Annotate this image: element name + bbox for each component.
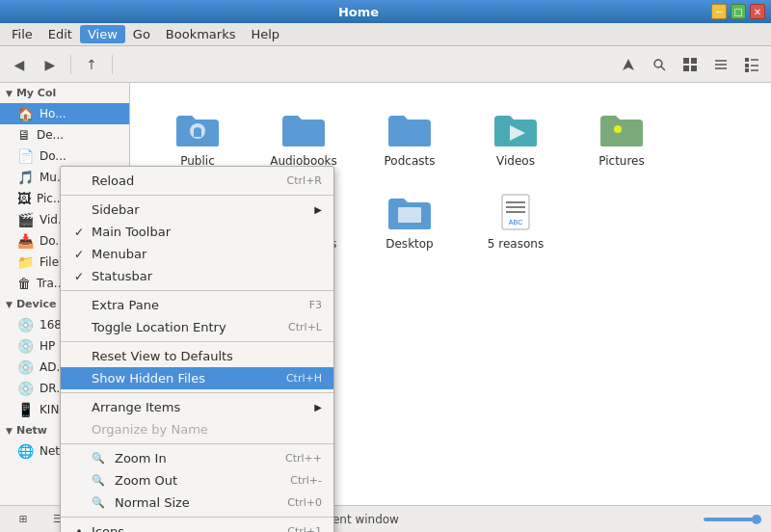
file-item-pictures[interactable]: Pictures: [573, 102, 670, 175]
zoom-slider[interactable]: [704, 518, 761, 521]
forward-button[interactable]: ▶: [37, 51, 64, 78]
sidebar-arrow: ▶: [314, 204, 322, 215]
view-compact-button[interactable]: [738, 51, 765, 78]
menu-help[interactable]: Help: [243, 25, 287, 43]
menu-main-toolbar[interactable]: ✓ Main Toolbar: [61, 221, 333, 243]
file-item-desktop[interactable]: Desktop: [361, 185, 458, 258]
menu-label-normal-size: Normal Size: [115, 495, 190, 510]
svg-rect-13: [745, 68, 749, 72]
check-main-toolbar: ✓: [72, 226, 86, 239]
toolbar-right: [615, 51, 765, 78]
file-name-desktop: Desktop: [386, 237, 434, 251]
statusbar-btn-1[interactable]: ⊞: [10, 506, 37, 533]
menu-label-organize: Organize by Name: [92, 422, 208, 437]
text-file-icon: ABC: [492, 193, 539, 231]
shortcut-reload: Ctrl+R: [287, 174, 322, 187]
file-item-videos[interactable]: Videos: [467, 102, 564, 175]
menu-show-hidden[interactable]: Show Hidden Files Ctrl+H: [61, 367, 333, 389]
up-button[interactable]: ↑: [78, 51, 105, 78]
file-name-videos: Videos: [496, 154, 535, 168]
file-item-public[interactable]: Public: [149, 102, 246, 175]
shortcut-extra-pane: F3: [309, 299, 322, 311]
menu-sidebar[interactable]: Sidebar ▶: [61, 199, 333, 221]
menu-label-statusbar: Statusbar: [92, 269, 152, 283]
audiobooks-folder-icon: [280, 110, 327, 148]
location-button[interactable]: [615, 51, 642, 78]
shortcut-icons: Ctrl+1: [287, 525, 322, 532]
menu-arrange-items[interactable]: Arrange Items ▶: [61, 396, 333, 418]
titlebar: Home − □ ✕: [0, 0, 771, 23]
menu-extra-pane[interactable]: Extra Pane F3: [61, 294, 333, 316]
toolbar: ◀ ▶ ↑: [0, 46, 771, 83]
podcasts-folder-icon: [386, 110, 433, 148]
public-folder-icon: [174, 110, 221, 148]
view-dropdown-menu: Reload Ctrl+R Sidebar ▶ ✓ Main Toolbar ✓…: [60, 166, 334, 532]
menu-reload[interactable]: Reload Ctrl+R: [61, 170, 333, 192]
menu-normal-size[interactable]: 🔍 Normal Size Ctrl+0: [61, 492, 333, 514]
sidebar-item-desktop[interactable]: 🖥 De...: [0, 124, 129, 146]
home-icon: 🏠: [17, 106, 34, 121]
svg-rect-9: [745, 58, 749, 62]
menu-sep-5: [61, 443, 333, 444]
sidebar-section-mycollections[interactable]: ▼ My Col: [0, 83, 129, 103]
back-button[interactable]: ◀: [6, 51, 33, 78]
section-label: Netw: [16, 424, 47, 437]
section-arrow: ▼: [6, 300, 13, 309]
menu-label-icons: Icons: [92, 524, 124, 532]
drive-icon-2: 💿: [17, 338, 34, 354]
menu-icons[interactable]: • Icons Ctrl+1: [61, 520, 333, 532]
menu-sep-2: [61, 290, 333, 291]
sidebar-item-documents[interactable]: 📄 Do...: [0, 146, 129, 167]
section-label: Device: [16, 298, 57, 310]
file-name-pictures: Pictures: [598, 154, 645, 168]
desktop-icon: 🖥: [17, 127, 31, 143]
svg-rect-2: [683, 58, 689, 64]
menu-label-sidebar: Sidebar: [92, 202, 140, 217]
menu-reset-view[interactable]: Reset View to Defaults: [61, 345, 333, 367]
zoom-control: [704, 518, 761, 521]
menu-toggle-location[interactable]: Toggle Location Entry Ctrl+L: [61, 316, 333, 338]
menu-statusbar[interactable]: ✓ Statusbar: [61, 265, 333, 287]
svg-rect-5: [691, 66, 697, 71]
window-controls: − □ ✕: [711, 4, 765, 19]
menu-label-arrange-items: Arrange Items: [92, 400, 180, 414]
svg-rect-11: [745, 64, 749, 67]
toolbar-separator-2: [112, 55, 113, 74]
videos-folder-icon: [492, 110, 539, 148]
menu-file[interactable]: File: [4, 25, 40, 43]
file-item-podcasts[interactable]: Podcasts: [361, 102, 458, 175]
menu-sep-3: [61, 341, 333, 342]
menu-go[interactable]: Go: [125, 25, 158, 43]
svg-rect-4: [683, 66, 689, 71]
maximize-button[interactable]: □: [731, 4, 746, 19]
svg-point-0: [654, 60, 662, 67]
menu-edit[interactable]: Edit: [40, 25, 80, 43]
menu-view[interactable]: View: [80, 25, 125, 43]
menu-zoom-out[interactable]: 🔍 Zoom Out Ctrl+-: [61, 469, 333, 492]
svg-text:ABC: ABC: [509, 219, 522, 226]
menu-label-show-hidden: Show Hidden Files: [92, 371, 205, 386]
zoom-out-icon: 🔍: [92, 474, 105, 487]
sidebar-item-label: Do...: [40, 149, 66, 163]
search-button[interactable]: [646, 51, 673, 78]
menu-zoom-in[interactable]: 🔍 Zoom In Ctrl++: [61, 447, 333, 469]
menu-label-reset-view: Reset View to Defaults: [92, 349, 233, 363]
menu-label-extra-pane: Extra Pane: [92, 298, 159, 312]
view-icons-button[interactable]: [677, 51, 704, 78]
network-icon: 🌐: [17, 443, 34, 459]
pictures-folder-icon: [598, 110, 645, 148]
sidebar-item-home[interactable]: 🏠 Ho...: [0, 103, 129, 124]
menu-bookmarks[interactable]: Bookmarks: [158, 25, 244, 43]
check-statusbar: ✓: [72, 270, 86, 283]
videos-icon: 🎬: [17, 212, 34, 227]
normal-size-icon: 🔍: [92, 496, 105, 509]
file-item-audiobooks[interactable]: Audiobooks: [255, 102, 352, 175]
view-list-button[interactable]: [707, 51, 734, 78]
minimize-button[interactable]: −: [711, 4, 727, 19]
menu-organize-by-name: Organize by Name: [61, 418, 333, 440]
file-name-5reasons: 5 reasons: [488, 237, 544, 251]
file-item-5reasons[interactable]: ABC 5 reasons: [467, 185, 564, 258]
menu-menubar[interactable]: ✓ Menubar: [61, 243, 333, 265]
drive-icon-3: 💿: [17, 359, 34, 375]
close-button[interactable]: ✕: [750, 4, 765, 19]
